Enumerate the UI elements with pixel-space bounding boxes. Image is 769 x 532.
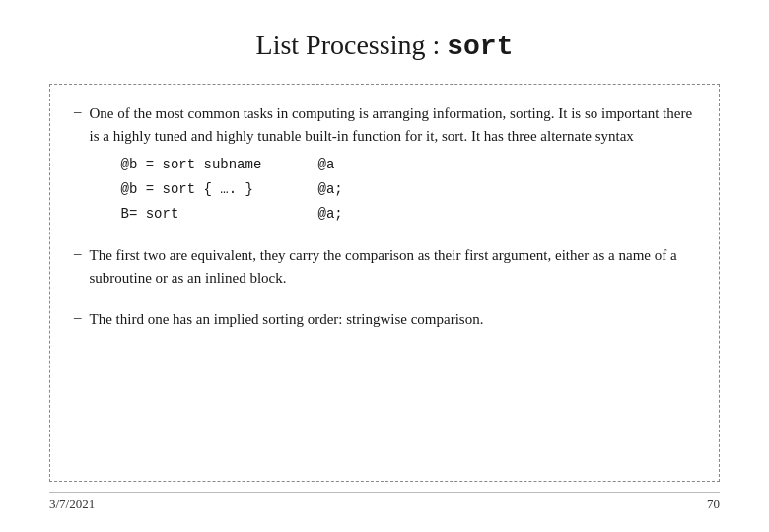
code-line-2: @b = sort { …. } @a; — [121, 177, 696, 202]
footer: 3/7/2021 70 — [49, 492, 720, 512]
code-line-3-right: @a; — [318, 202, 343, 227]
slide: List Processing : sort – One of the most… — [0, 0, 769, 532]
code-line-2-left: @b = sort { …. } — [121, 177, 318, 202]
code-line-1: @b = sort subname @a — [121, 153, 696, 177]
code-line-1-right: @a — [318, 153, 335, 177]
footer-page: 70 — [707, 497, 720, 512]
footer-date: 3/7/2021 — [49, 497, 95, 512]
title-area: List Processing : sort — [49, 30, 720, 62]
bullet-text-3: The third one has an implied sorting ord… — [90, 308, 484, 331]
bullet-dash-1: – — [74, 103, 82, 120]
bullet-2: – The first two are equivalent, they car… — [74, 244, 695, 291]
bullet-1: – One of the most common tasks in comput… — [74, 102, 695, 227]
bullet-text-1: One of the most common tasks in computin… — [90, 105, 693, 144]
code-line-1-left: @b = sort subname — [121, 153, 318, 177]
bullet-text-2: The first two are equivalent, they carry… — [90, 244, 696, 291]
bullet-dash-2: – — [74, 245, 82, 262]
bullet-dash-3: – — [74, 309, 82, 326]
content-box: – One of the most common tasks in comput… — [49, 84, 720, 482]
title-text: List Processing : — [256, 30, 448, 60]
code-block: @b = sort subname @a @b = sort { …. } @a… — [121, 153, 696, 228]
bullet-3: – The third one has an implied sorting o… — [74, 308, 695, 331]
code-line-3: B= sort @a; — [121, 202, 696, 227]
code-line-2-right: @a; — [318, 177, 343, 202]
title-code: sort — [447, 32, 513, 62]
code-line-3-left: B= sort — [121, 202, 318, 227]
